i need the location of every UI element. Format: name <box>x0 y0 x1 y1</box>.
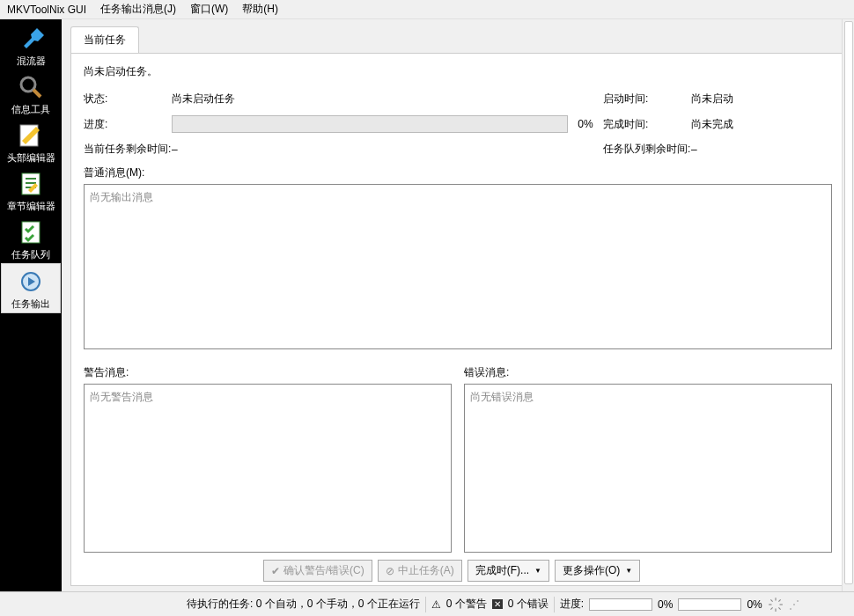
menu-help[interactable]: 帮助(H) <box>242 2 278 17</box>
sidebar-item-header-editor[interactable]: 头部编辑器 <box>1 118 61 166</box>
sidebar-item-label: 头部编辑器 <box>7 151 55 165</box>
menu-window[interactable]: 窗口(W) <box>190 2 228 17</box>
sidebar-item-label: 混流器 <box>17 55 46 68</box>
magnifier-icon <box>17 73 45 101</box>
status-progress-bar-1 <box>589 598 652 611</box>
checklist-icon <box>17 218 45 246</box>
svg-line-16 <box>778 599 780 601</box>
svg-point-0 <box>21 77 35 92</box>
current-remain-value: – <box>172 143 568 156</box>
resize-grip-icon[interactable]: ⋰ <box>789 598 799 611</box>
menu-job-output[interactable]: 任务输出消息(J) <box>100 2 176 17</box>
status-value: 尚未启动任务 <box>172 92 568 106</box>
status-progress-bar-2 <box>678 598 741 611</box>
pencil-paper-icon <box>17 121 45 150</box>
sidebar-item-label: 章节编辑器 <box>7 200 55 213</box>
wrench-icon <box>17 25 45 53</box>
notepad-icon <box>17 170 45 198</box>
queue-remain-value: – <box>691 143 779 156</box>
warn-msg-box[interactable]: 尚无警告消息 <box>84 384 452 553</box>
check-icon: ✔ <box>271 565 280 577</box>
start-time-label: 启动时间: <box>603 92 691 106</box>
chevron-down-icon: ▼ <box>625 567 632 575</box>
progress-label: 进度: <box>84 117 172 132</box>
warn-label: 警告消息: <box>84 365 452 380</box>
finish-time-label: 完成时间: <box>603 117 691 132</box>
sidebar: 混流器 信息工具 头部编辑器 章节编辑器 任务队列 任务输出 <box>0 19 62 591</box>
status-progress-pct-2: 0% <box>747 598 762 611</box>
status-label: 状态: <box>84 92 172 106</box>
stop-icon: ⊘ <box>386 565 394 577</box>
progress-bar <box>172 115 568 133</box>
gear-play-icon <box>17 268 45 296</box>
status-progress-pct-1: 0% <box>658 598 673 611</box>
svg-line-15 <box>770 607 772 609</box>
progress-percent: 0% <box>568 118 603 130</box>
tab-body: 尚未启动任务。 状态: 尚未启动任务 启动时间: 尚未启动 进度: 0% 完成时… <box>70 53 845 586</box>
menubar: MKVToolNix GUI 任务输出消息(J) 窗口(W) 帮助(H) <box>0 0 854 19</box>
sidebar-item-info[interactable]: 信息工具 <box>1 70 61 118</box>
error-icon: ✕ <box>492 599 503 609</box>
status-progress-label: 进度: <box>560 597 584 612</box>
chevron-down-icon: ▼ <box>534 567 541 575</box>
start-time-value: 尚未启动 <box>691 92 779 106</box>
ack-warnings-button: ✔ 确认警告/错误(C) <box>263 560 372 582</box>
svg-line-1 <box>33 90 40 97</box>
vertical-scrollbar[interactable] <box>842 19 854 591</box>
tab-current-job[interactable]: 当前任务 <box>70 26 139 53</box>
svg-line-14 <box>778 607 780 609</box>
normal-msg-box[interactable]: 尚无输出消息 <box>84 184 832 349</box>
sidebar-item-job-output[interactable]: 任务输出 <box>1 263 61 313</box>
on-finish-button[interactable]: 完成时(F)...▼ <box>467 560 549 582</box>
more-actions-button[interactable]: 更多操作(O)▼ <box>555 560 640 582</box>
svg-rect-7 <box>22 222 40 243</box>
normal-msg-label: 普通消息(M): <box>84 165 832 180</box>
scrollbar-thumb[interactable] <box>844 21 853 584</box>
err-label: 错误消息: <box>464 365 832 380</box>
warning-icon: ⚠ <box>431 598 441 611</box>
spinner-icon <box>768 597 784 612</box>
queue-remain-label: 任务队列剩余时间: <box>603 142 691 157</box>
menu-app[interactable]: MKVToolNix GUI <box>7 4 86 16</box>
status-warnings: 0 个警告 <box>446 597 487 612</box>
svg-line-13 <box>770 599 772 601</box>
sidebar-item-label: 信息工具 <box>11 103 50 116</box>
err-msg-box[interactable]: 尚无错误消息 <box>464 384 832 553</box>
status-pending-jobs: 待执行的任务: 0 个自动，0 个手动，0 个正在运行 <box>187 597 420 612</box>
sidebar-item-job-queue[interactable]: 任务队列 <box>1 215 61 263</box>
sidebar-item-label: 任务队列 <box>11 248 50 261</box>
status-errors: 0 个错误 <box>508 597 548 612</box>
finish-time-value: 尚未完成 <box>691 117 779 132</box>
current-remain-label: 当前任务剩余时间: <box>84 142 172 157</box>
abort-job-button: ⊘ 中止任务(A) <box>378 560 462 582</box>
sidebar-item-label: 任务输出 <box>11 297 50 311</box>
statusbar: 待执行的任务: 0 个自动，0 个手动，0 个正在运行 ⚠ 0 个警告 ✕ 0 … <box>0 591 854 616</box>
no-task-message: 尚未启动任务。 <box>84 64 832 79</box>
content-area: 当前任务 尚未启动任务。 状态: 尚未启动任务 启动时间: 尚未启动 进度: 0… <box>62 19 854 591</box>
sidebar-item-chapter-editor[interactable]: 章节编辑器 <box>1 166 61 215</box>
sidebar-item-mux[interactable]: 混流器 <box>1 21 61 70</box>
